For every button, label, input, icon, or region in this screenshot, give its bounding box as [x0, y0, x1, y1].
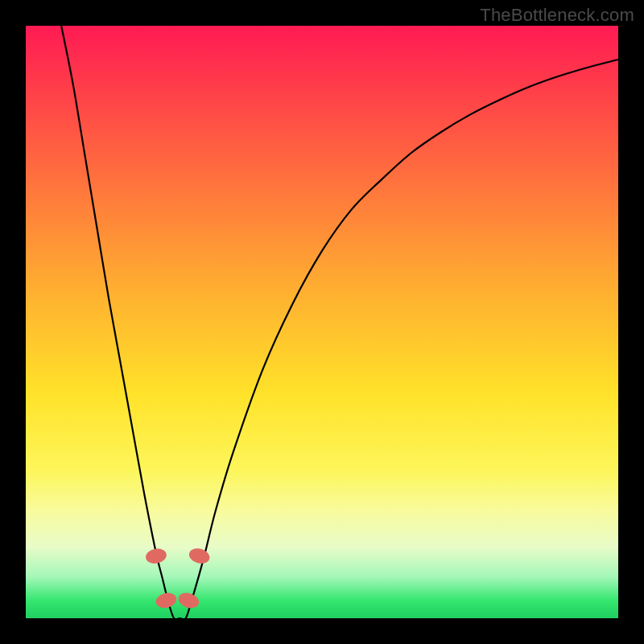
bottleneck-curve-path — [61, 26, 618, 620]
marker-left-upper — [144, 547, 167, 565]
marker-right-upper — [188, 546, 212, 565]
curve-svg — [26, 26, 618, 618]
chart-frame: TheBottleneck.com — [0, 0, 644, 644]
plot-area — [26, 26, 618, 618]
marker-group — [144, 546, 211, 610]
marker-left-lower — [155, 591, 179, 610]
watermark-text: TheBottleneck.com — [480, 5, 634, 26]
marker-right-lower — [176, 590, 200, 610]
